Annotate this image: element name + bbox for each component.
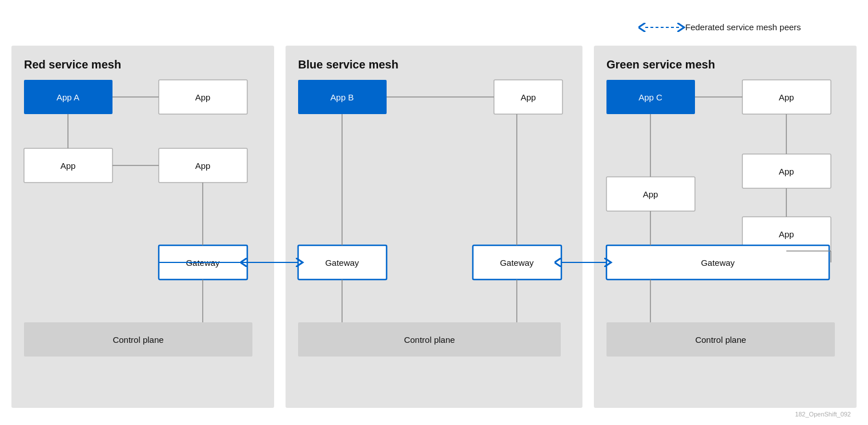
red-mesh-title: Red service mesh xyxy=(24,58,121,71)
red-app-top-right-label: App xyxy=(195,92,211,102)
blue-gateway-right-label: Gateway xyxy=(500,258,534,268)
blue-gateway-left-label: Gateway xyxy=(325,258,359,268)
blue-app-top-right-label: App xyxy=(521,92,536,102)
watermark: 182_OpenShift_092 xyxy=(795,411,851,418)
blue-app-b-label: App B xyxy=(331,92,354,102)
green-app-c-label: App C xyxy=(638,92,662,102)
green-app-top-right-label: App xyxy=(779,92,794,102)
blue-mesh-title: Blue service mesh xyxy=(298,58,399,71)
red-app-bottom-left-label: App xyxy=(61,161,76,171)
legend-label: Federated service mesh peers xyxy=(685,22,801,32)
green-mesh-title: Green service mesh xyxy=(606,58,715,71)
green-control-plane-label: Control plane xyxy=(695,335,746,345)
green-app-mid-right-label: App xyxy=(779,167,794,176)
green-app-mid-left-label: App xyxy=(643,189,658,199)
red-app-a-label: App A xyxy=(57,92,79,102)
green-app-bottom-right-label: App xyxy=(779,229,794,239)
red-control-plane-label: Control plane xyxy=(112,335,163,345)
red-app-bottom-right-label: App xyxy=(195,161,211,171)
green-gateway-label: Gateway xyxy=(701,258,735,268)
blue-control-plane-label: Control plane xyxy=(404,335,455,345)
